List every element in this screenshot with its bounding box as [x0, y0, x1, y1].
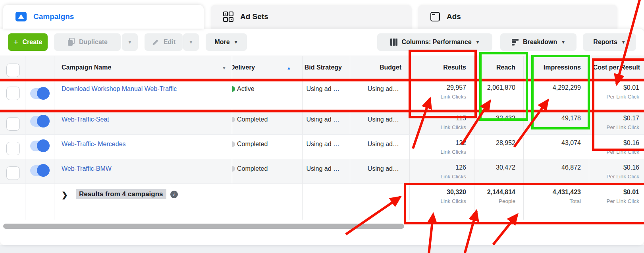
- column-header-impressions[interactable]: Impressions: [524, 56, 589, 79]
- chevron-down-icon: ▼: [234, 40, 238, 44]
- column-header-results[interactable]: Results: [410, 56, 474, 79]
- chevron-right-icon[interactable]: ❯: [62, 190, 68, 199]
- campaign-active-toggle[interactable]: [30, 141, 49, 151]
- horizontal-scrollbar[interactable]: [3, 224, 404, 229]
- campaigns-folder-icon: [15, 11, 27, 23]
- main-panel: + Create Duplicate ▼ Edit ▼ More: [0, 29, 644, 245]
- edit-button[interactable]: Edit: [145, 33, 183, 51]
- bid-strategy-cell: Using ad …: [303, 135, 350, 159]
- table-row: Web-Traffic-BMW Completed Using ad … Usi…: [0, 159, 644, 184]
- results-header-label: Results: [443, 64, 466, 71]
- row-checkbox[interactable]: [6, 142, 20, 155]
- breakdown-button[interactable]: Breakdown ▼: [500, 33, 577, 51]
- toggle-column-header: [25, 56, 54, 79]
- budget-cell: Using ad…: [350, 135, 410, 159]
- create-button[interactable]: + Create: [8, 33, 48, 51]
- edit-dropdown-button[interactable]: ▼: [183, 33, 199, 51]
- tab-campaigns-label: Campaigns: [33, 12, 74, 21]
- status-dot-completed: [232, 141, 235, 147]
- tab-ad-sets[interactable]: Ad Sets: [211, 5, 412, 29]
- column-header-delivery[interactable]: Delivery ▲: [232, 56, 303, 79]
- tab-ads-label: Ads: [447, 12, 461, 21]
- bid-strategy-cell: Using ad …: [303, 79, 350, 110]
- campaign-active-toggle[interactable]: [30, 88, 49, 99]
- results-cell: 126Link Clicks: [410, 159, 474, 183]
- summary-results-cell: 30,320Link Clicks: [410, 184, 474, 220]
- tab-ads[interactable]: Ads: [418, 5, 617, 29]
- sort-ascending-icon: ▲: [287, 66, 291, 71]
- chevron-down-icon: ▼: [621, 40, 626, 44]
- reach-cell: 2,061,870: [474, 79, 524, 110]
- summary-cost-cell: $0.01Per Link Click: [589, 184, 644, 220]
- duplicate-dropdown-button[interactable]: ▼: [122, 33, 138, 51]
- ads-manager-page: Campaigns Ad Sets Ads + Create: [0, 0, 644, 253]
- reach-cell: 28,952: [474, 135, 524, 159]
- results-cell: 115Link Clicks: [410, 110, 474, 134]
- summary-row: ❯ Results from 4 campaignsi 30,320Link C…: [0, 184, 644, 220]
- chevron-down-icon: ▼: [561, 40, 565, 44]
- breakdown-button-label: Breakdown: [523, 39, 557, 46]
- page-footer-strip: [0, 245, 644, 253]
- summary-impressions-cell: 4,431,423Total: [524, 184, 589, 220]
- budget-cell: Using ad…: [350, 79, 410, 110]
- results-cell: 122Link Clicks: [410, 135, 474, 159]
- columns-button[interactable]: Columns: Performance ▼: [377, 33, 492, 51]
- column-header-campaign-name[interactable]: Campaign Name ▼: [54, 56, 232, 79]
- info-icon[interactable]: i: [170, 191, 178, 198]
- campaign-active-toggle[interactable]: [30, 116, 49, 127]
- impressions-header-label: Impressions: [544, 64, 581, 71]
- status-dot-completed: [232, 166, 235, 172]
- row-checkbox[interactable]: [6, 87, 20, 100]
- more-button-label: More: [214, 39, 229, 46]
- tab-campaigns[interactable]: Campaigns: [3, 5, 204, 29]
- columns-icon: [390, 38, 398, 46]
- campaign-name-link[interactable]: Web-Traffic- Mercedes: [62, 141, 126, 147]
- reports-button[interactable]: Reports ▼: [583, 33, 636, 51]
- ad-sets-grid-icon: [223, 11, 234, 22]
- impressions-cell: 49,178: [524, 110, 589, 134]
- reach-cell: 30,472: [474, 159, 524, 183]
- summary-label-cell: ❯ Results from 4 campaignsi: [54, 184, 232, 220]
- ads-page-icon: [430, 12, 440, 22]
- table-row: Web-Traffic- Mercedes Completed Using ad…: [0, 135, 644, 159]
- cost-per-result-cell: $0.16Per Link Click: [589, 135, 644, 159]
- campaign-active-toggle[interactable]: [30, 165, 49, 176]
- cost-per-result-cell: $0.17Per Link Click: [589, 110, 644, 134]
- select-all-checkbox[interactable]: [6, 64, 20, 77]
- summary-reach-cell: 2,144,814People: [474, 184, 524, 220]
- chevron-down-icon[interactable]: ▼: [222, 66, 226, 71]
- table-header-row: Campaign Name ▼ Delivery ▲ Bid Strategy …: [0, 56, 644, 79]
- column-header-budget[interactable]: Budget: [350, 56, 410, 79]
- row-checkbox[interactable]: [6, 117, 20, 131]
- status-dot-completed: [232, 117, 235, 122]
- delivery-status-label: Completed: [237, 116, 268, 123]
- campaign-name-link[interactable]: Web-Traffic-Seat: [62, 116, 109, 123]
- row-checkbox[interactable]: [6, 166, 20, 180]
- duplicate-copy-icon: [67, 38, 75, 46]
- chevron-down-icon: ▼: [128, 40, 132, 44]
- budget-cell: Using ad…: [350, 110, 410, 134]
- cost-per-result-cell: $0.01Per Link Click: [589, 79, 644, 110]
- campaign-name-link[interactable]: Web-Traffic-BMW: [62, 165, 112, 172]
- column-header-cost-per-result[interactable]: Cost per Result: [589, 56, 644, 79]
- reach-header-label: Reach: [496, 64, 515, 71]
- campaigns-table: Campaign Name ▼ Delivery ▲ Bid Strategy …: [0, 56, 644, 220]
- bid-strategy-cell: Using ad …: [303, 159, 350, 183]
- columns-button-label: Columns: Performance: [402, 39, 472, 46]
- column-header-bid-strategy[interactable]: Bid Strategy: [303, 56, 350, 79]
- budget-cell: Using ad…: [350, 159, 410, 183]
- campaign-name-link[interactable]: Download Workshop Manual Web-Traffic: [62, 85, 177, 92]
- tab-ad-sets-label: Ad Sets: [240, 12, 268, 21]
- column-header-reach[interactable]: Reach: [474, 56, 524, 79]
- more-button[interactable]: More ▼: [206, 33, 247, 51]
- campaign-name-header-label: Campaign Name: [62, 64, 111, 71]
- chevron-down-icon: ▼: [476, 40, 480, 44]
- impressions-cell: 4,292,299: [524, 79, 589, 110]
- status-dot-active: [232, 86, 235, 92]
- table-row: Web-Traffic-Seat Completed Using ad … Us…: [0, 110, 644, 135]
- delivery-status-label: Active: [237, 85, 255, 92]
- edit-button-label: Edit: [164, 39, 175, 46]
- delivery-header-label: Delivery: [232, 64, 255, 71]
- duplicate-button[interactable]: Duplicate: [54, 33, 121, 51]
- duplicate-button-label: Duplicate: [79, 39, 108, 46]
